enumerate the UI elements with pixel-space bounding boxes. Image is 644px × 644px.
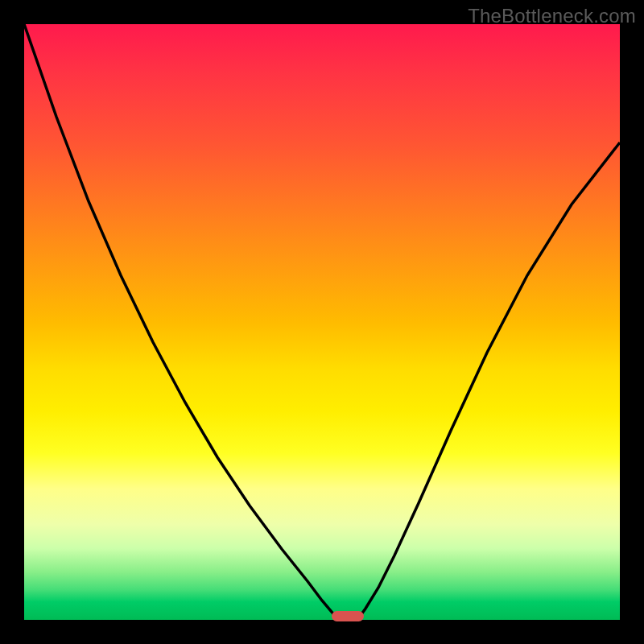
curve-layer (24, 24, 620, 620)
right-curve (357, 142, 620, 620)
left-curve (24, 24, 338, 620)
watermark-text: TheBottleneck.com (468, 5, 636, 27)
bottleneck-marker (332, 611, 364, 621)
chart-container: TheBottleneck.com (0, 0, 644, 644)
plot-area (24, 24, 620, 620)
